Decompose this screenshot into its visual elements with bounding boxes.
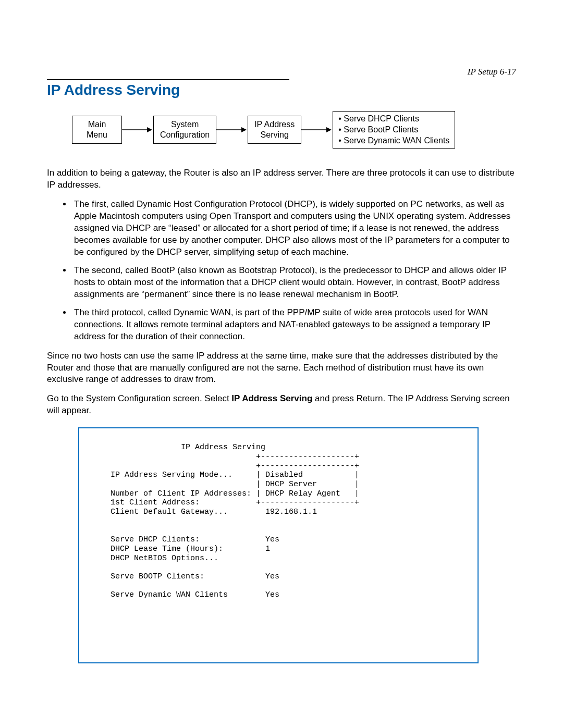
svg-marker-1 <box>147 127 152 132</box>
nav-box-line: IP Address <box>254 120 295 129</box>
nav-box-line: Menu <box>87 130 107 139</box>
list-item: The second, called BootP (also known as … <box>72 265 516 301</box>
terminal-screen: IP Address Serving +--------------------… <box>78 427 479 663</box>
arrow-icon <box>122 125 153 135</box>
nav-box-line: System <box>171 120 199 129</box>
arrow-icon <box>301 125 333 135</box>
breadcrumb-diagram: Main Menu System Configuration IP Addres… <box>72 111 516 149</box>
nav-box-line: Configuration <box>160 130 210 139</box>
arrow-icon <box>216 125 248 135</box>
section-divider <box>47 79 289 80</box>
body-paragraph: In addition to being a gateway, the Rout… <box>47 167 516 191</box>
nav-detail-box: Serve DHCP Clients Serve BootP Clients S… <box>333 111 455 149</box>
svg-marker-5 <box>326 127 332 132</box>
text-run: Go to the System Configuration screen. S… <box>47 393 231 403</box>
running-header: IP Setup 6-17 <box>468 67 516 77</box>
svg-marker-3 <box>241 127 247 132</box>
nav-box-ip-address-serving: IP Address Serving <box>248 116 301 144</box>
body-paragraph: Since no two hosts can use the same IP a… <box>47 350 516 386</box>
nav-box-system-configuration: System Configuration <box>153 116 216 144</box>
nav-detail-item: Serve BootP Clients <box>338 125 449 135</box>
list-item: The first, called Dynamic Host Configura… <box>72 199 516 258</box>
nav-box-line: Main <box>88 120 106 129</box>
nav-detail-item: Serve Dynamic WAN Clients <box>338 135 449 146</box>
body-bullet-list: The first, called Dynamic Host Configura… <box>47 199 516 342</box>
list-item: The third protocol, called Dynamic WAN, … <box>72 307 516 343</box>
nav-box-main-menu: Main Menu <box>72 116 122 144</box>
bold-term: IP Address Serving <box>231 393 312 403</box>
nav-detail-item: Serve DHCP Clients <box>338 114 449 125</box>
nav-box-line: Serving <box>261 130 289 139</box>
body-paragraph: Go to the System Configuration screen. S… <box>47 393 516 417</box>
section-title: IP Address Serving <box>47 82 516 98</box>
